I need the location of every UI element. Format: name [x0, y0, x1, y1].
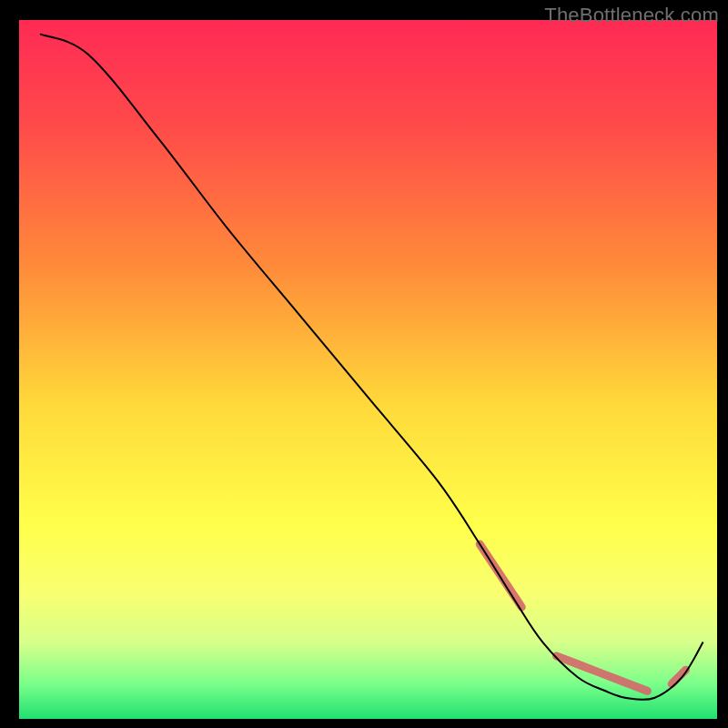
watermark-label: TheBottleneck.com — [544, 4, 719, 27]
chart-svg — [0, 0, 728, 728]
chart-container: TheBottleneck.com — [0, 0, 728, 728]
gradient-background — [19, 20, 717, 719]
